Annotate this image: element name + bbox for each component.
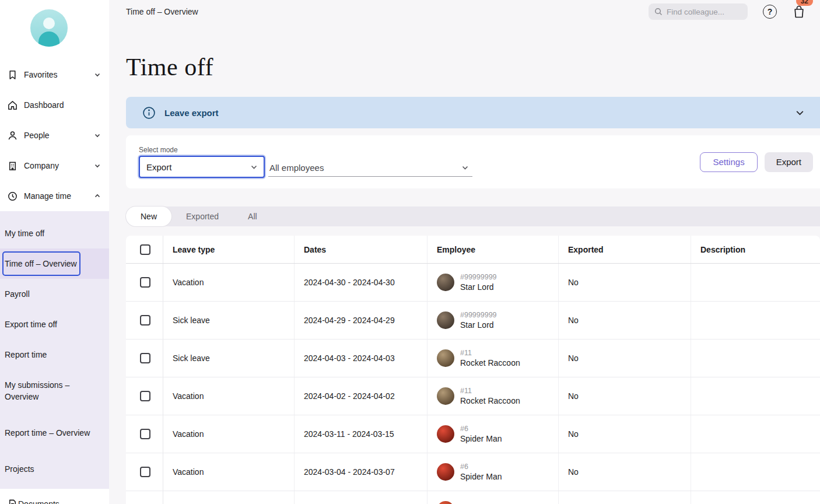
cell-employee: #11 Rocket Raccoon <box>427 377 559 415</box>
app-root: Favorites Dashboard People Company Manag… <box>0 0 820 504</box>
sidebar-item-report-time[interactable]: Report time <box>0 340 109 370</box>
app-logo[interactable] <box>30 9 68 47</box>
page-title: Time off <box>126 52 820 82</box>
row-checkbox[interactable] <box>140 391 150 401</box>
cell-dates: 2024-04-29 - 2024-04-29 <box>295 302 427 339</box>
sidebar-item-label: Favorites <box>24 70 58 79</box>
cell-description <box>691 377 820 415</box>
help-icon[interactable]: ? <box>763 5 777 19</box>
table-row[interactable]: Vacation 2024-03-04 - 2024-03-07 #6 Spid… <box>126 453 820 491</box>
employee-filter-value: All employees <box>269 163 324 173</box>
table-row[interactable]: Sick leave 2024-04-29 - 2024-04-29 #9999… <box>126 302 820 340</box>
employee-id: #99999999 <box>460 311 497 320</box>
row-checkbox[interactable] <box>140 277 150 288</box>
settings-button[interactable]: Settings <box>700 152 757 172</box>
mode-select[interactable]: Export <box>139 156 265 178</box>
select-all-checkbox[interactable] <box>140 244 150 255</box>
sidebar-item-dashboard[interactable]: Dashboard <box>0 90 109 120</box>
sidebar-item-projects[interactable]: Projects <box>0 454 109 484</box>
info-icon <box>142 106 156 120</box>
cell-employee: #6 Spider Man <box>427 453 559 491</box>
sidebar-item-company[interactable]: Company <box>0 150 109 181</box>
search-icon <box>654 8 663 16</box>
sidebar-item-favorites[interactable]: Favorites <box>0 60 109 90</box>
chevron-down-icon <box>250 163 258 171</box>
cell-leave-type: Sick leave <box>163 302 295 339</box>
table-header-row: Leave type Dates Employee Exported Descr… <box>126 236 820 264</box>
chevron-down-icon <box>795 108 805 118</box>
table-row[interactable]: Vacation 2024-04-02 - 2024-04-02 #11 Roc… <box>126 377 820 415</box>
chevron-down-icon <box>461 164 469 172</box>
sidebar-item-documents[interactable]: Documents <box>0 489 109 504</box>
employee-id: #11 <box>460 349 520 358</box>
tab-all[interactable]: All <box>233 206 272 226</box>
cell-exported <box>559 491 691 504</box>
cell-employee: #11 Rocket Raccoon <box>427 340 559 377</box>
breadcrumb: Time off – Overview <box>126 7 198 16</box>
sidebar-item-my-time-off[interactable]: My time off <box>0 218 109 249</box>
home-icon <box>7 100 18 111</box>
cell-exported: No <box>559 377 691 415</box>
employee-filter-select[interactable]: All employees <box>268 159 472 177</box>
cell-description <box>691 302 820 339</box>
cell-leave-type: Vacation <box>163 264 295 301</box>
employee-name: Rocket Raccoon <box>460 396 520 406</box>
cell-employee: #6 Spider Man <box>427 415 559 453</box>
employee-name: Star Lord <box>460 282 497 292</box>
sidebar: Favorites Dashboard People Company Manag… <box>0 0 109 504</box>
cell-description <box>691 453 820 491</box>
avatar <box>437 274 454 291</box>
select-mode-label: Select mode <box>139 146 265 154</box>
row-checkbox[interactable] <box>140 315 150 326</box>
tab-exported[interactable]: Exported <box>171 206 233 226</box>
cell-exported: No <box>559 264 691 301</box>
sidebar-item-my-submissions-overview[interactable]: My submissions – Overview <box>0 370 109 412</box>
search-field[interactable] <box>649 4 748 20</box>
cell-exported: No <box>559 302 691 339</box>
avatar <box>437 387 454 405</box>
notifications-button[interactable]: 32 <box>792 4 806 19</box>
leave-export-banner[interactable]: Leave export <box>126 97 820 128</box>
table-header-exported: Exported <box>559 236 691 263</box>
cell-dates: 2024-04-30 - 2024-04-30 <box>295 264 427 301</box>
cell-leave-type: Vacation <box>163 453 295 491</box>
employee-name: Spider Man <box>460 433 502 444</box>
export-button[interactable]: Export <box>765 152 813 172</box>
sidebar-item-report-time-overview[interactable]: Report time – Overview <box>0 412 109 454</box>
row-checkbox[interactable] <box>140 429 150 439</box>
page-content: Time off Leave export Select mode Export… <box>109 52 820 504</box>
sidebar-item-export-time-off[interactable]: Export time off <box>0 309 109 340</box>
employee-id: #99999999 <box>460 273 497 282</box>
table-row[interactable]: #123 <box>126 491 820 504</box>
avatar <box>437 501 454 504</box>
mode-select-value: Export <box>146 162 171 172</box>
cell-employee: #99999999 Star Lord <box>427 302 559 339</box>
chevron-down-icon <box>94 71 101 78</box>
search-input[interactable] <box>667 8 737 16</box>
chevron-down-icon <box>94 132 101 139</box>
table-header-description: Description <box>691 236 820 263</box>
bag-icon <box>792 4 806 19</box>
employee-name: Spider Man <box>460 471 502 482</box>
sidebar-item-manage-time[interactable]: Manage time <box>0 181 109 211</box>
cell-leave-type <box>163 491 295 504</box>
cell-description <box>691 415 820 453</box>
cell-description <box>691 264 820 301</box>
tab-new[interactable]: New <box>126 206 171 226</box>
sidebar-item-people[interactable]: People <box>0 120 109 150</box>
focused-link: Time off – Overview <box>5 254 78 274</box>
sidebar-item-payroll[interactable]: Payroll <box>0 279 109 309</box>
cell-exported: No <box>559 453 691 491</box>
row-checkbox[interactable] <box>140 467 150 477</box>
sidebar-item-label: Documents <box>18 499 59 504</box>
sidebar-item-label: Manage time <box>24 191 71 201</box>
table-row[interactable]: Vacation 2024-04-30 - 2024-04-30 #999999… <box>126 264 820 302</box>
table-row[interactable]: Vacation 2024-03-11 - 2024-03-15 #6 Spid… <box>126 415 820 453</box>
avatar <box>437 463 454 481</box>
banner-label: Leave export <box>164 108 219 118</box>
table-row[interactable]: Sick leave 2024-04-03 - 2024-04-03 #11 R… <box>126 340 820 377</box>
cell-exported: No <box>559 415 691 453</box>
row-checkbox[interactable] <box>140 353 150 363</box>
sidebar-item-time-off-overview[interactable]: Time off – Overview <box>0 249 109 279</box>
table-header-dates: Dates <box>295 236 427 263</box>
